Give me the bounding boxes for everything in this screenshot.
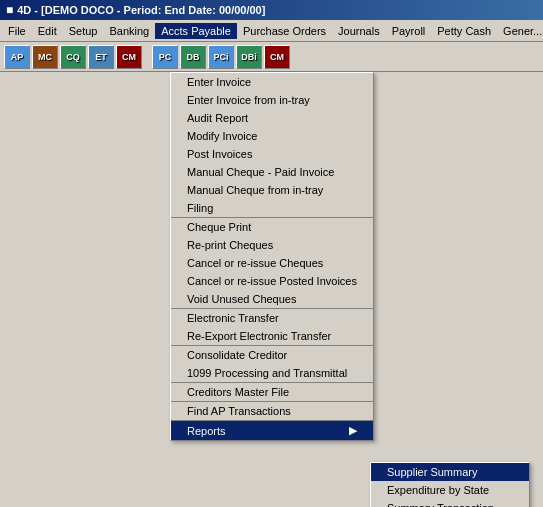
toolbar-btn-pc[interactable]: PC (152, 45, 178, 69)
dropdown-item-enter-invoice[interactable]: Enter Invoice (171, 73, 373, 91)
menu-item-accts-payable[interactable]: Accts Payable (155, 23, 237, 39)
dropdown-item-void-unused-cheques[interactable]: Void Unused Cheques (171, 290, 373, 308)
reports-submenu: Supplier SummaryExpenditure by StateSumm… (370, 462, 530, 507)
dropdown-label-reprint-cheques: Re-print Cheques (187, 239, 273, 251)
title-bar: ■ 4D - [DEMO DOCO - Period: End Date: 00… (0, 0, 543, 20)
dropdown-label-cancel-reissue-posted: Cancel or re-issue Posted Invoices (187, 275, 357, 287)
dropdown-item-audit-report[interactable]: Audit Report (171, 109, 373, 127)
dropdown-label-1099-processing: 1099 Processing and Transmittal (187, 367, 347, 379)
dropdown-label-reports: Reports (187, 425, 226, 437)
app-icon: ■ (6, 3, 13, 17)
dropdown-item-manual-cheque-paid[interactable]: Manual Cheque - Paid Invoice (171, 163, 373, 181)
dropdown-label-enter-invoice: Enter Invoice (187, 76, 251, 88)
submenu-item-expenditure-by-state[interactable]: Expenditure by State (371, 481, 529, 499)
dropdown-item-filing[interactable]: Filing (171, 199, 373, 217)
dropdown-label-void-unused-cheques: Void Unused Cheques (187, 293, 296, 305)
dropdown-label-electronic-transfer: Electronic Transfer (187, 312, 279, 324)
dropdown-label-audit-report: Audit Report (187, 112, 248, 124)
submenu-arrow-icon: ▶ (349, 424, 357, 437)
menu-group-group2: Cheque PrintRe-print ChequesCancel or re… (171, 217, 373, 308)
title-text: 4D - [DEMO DOCO - Period: End Date: 00/0… (17, 4, 265, 16)
menu-group-group3: Electronic TransferRe-Export Electronic … (171, 308, 373, 345)
toolbar-btn-pci[interactable]: PCi (208, 45, 234, 69)
menu-group-group1: Enter InvoiceEnter Invoice from in-trayA… (171, 73, 373, 217)
submenu-item-summary-transaction[interactable]: Summary Transaction (371, 499, 529, 507)
dropdown-item-reports[interactable]: Reports▶ (171, 421, 373, 440)
toolbar-btn-cm[interactable]: CM (116, 45, 142, 69)
dropdown-label-cancel-reissue-cheques: Cancel or re-issue Cheques (187, 257, 323, 269)
toolbar-btn-db[interactable]: DB (180, 45, 206, 69)
menu-item-edit[interactable]: Edit (32, 23, 63, 39)
menu-item-payroll[interactable]: Payroll (386, 23, 432, 39)
menu-group-group7: Reports▶ (171, 420, 373, 440)
dropdown-item-post-invoices[interactable]: Post Invoices (171, 145, 373, 163)
dropdown-item-enter-invoice-intray[interactable]: Enter Invoice from in-tray (171, 91, 373, 109)
menu-group-group4: Consolidate Creditor1099 Processing and … (171, 345, 373, 382)
toolbar-btn-ap[interactable]: AP (4, 45, 30, 69)
menu-group-group6: Find AP Transactions (171, 401, 373, 420)
dropdown-label-post-invoices: Post Invoices (187, 148, 252, 160)
toolbar-btn-et[interactable]: ET (88, 45, 114, 69)
toolbar-btn-cq[interactable]: CQ (60, 45, 86, 69)
dropdown-item-reprint-cheques[interactable]: Re-print Cheques (171, 236, 373, 254)
accts-payable-menu: Enter InvoiceEnter Invoice from in-trayA… (170, 72, 374, 441)
toolbar-btn-dbi[interactable]: DBi (236, 45, 262, 69)
menu-item-banking[interactable]: Banking (103, 23, 155, 39)
dropdown-item-modify-invoice[interactable]: Modify Invoice (171, 127, 373, 145)
menu-item-setup[interactable]: Setup (63, 23, 104, 39)
dropdown-label-creditors-master-file: Creditors Master File (187, 386, 289, 398)
main-area: Enter InvoiceEnter Invoice from in-trayA… (0, 72, 543, 507)
menu-bar: FileEditSetupBankingAccts PayablePurchas… (0, 20, 543, 42)
dropdown-item-cheque-print[interactable]: Cheque Print (171, 218, 373, 236)
menu-item-general[interactable]: Gener... (497, 23, 543, 39)
dropdown-label-filing: Filing (187, 202, 213, 214)
dropdown-item-reexport-electronic[interactable]: Re-Export Electronic Transfer (171, 327, 373, 345)
dropdown-item-consolidate-creditor[interactable]: Consolidate Creditor (171, 346, 373, 364)
dropdown-item-creditors-master-file[interactable]: Creditors Master File (171, 383, 373, 401)
dropdown-item-1099-processing[interactable]: 1099 Processing and Transmittal (171, 364, 373, 382)
toolbar: APMCCQETCMPCDBPCiDBiCM (0, 42, 543, 72)
menu-item-petty-cash[interactable]: Petty Cash (431, 23, 497, 39)
dropdown-item-manual-cheque-intray[interactable]: Manual Cheque from in-tray (171, 181, 373, 199)
menu-item-journals[interactable]: Journals (332, 23, 386, 39)
dropdown-label-manual-cheque-intray: Manual Cheque from in-tray (187, 184, 323, 196)
dropdown-label-enter-invoice-intray: Enter Invoice from in-tray (187, 94, 310, 106)
submenu-item-supplier-summary[interactable]: Supplier Summary (371, 463, 529, 481)
toolbar-btn-cm2[interactable]: CM (264, 45, 290, 69)
dropdown-item-find-ap-transactions[interactable]: Find AP Transactions (171, 402, 373, 420)
menu-item-file[interactable]: File (2, 23, 32, 39)
dropdown-label-consolidate-creditor: Consolidate Creditor (187, 349, 287, 361)
dropdown-item-cancel-reissue-cheques[interactable]: Cancel or re-issue Cheques (171, 254, 373, 272)
dropdown-label-manual-cheque-paid: Manual Cheque - Paid Invoice (187, 166, 334, 178)
dropdown-item-electronic-transfer[interactable]: Electronic Transfer (171, 309, 373, 327)
dropdown-label-cheque-print: Cheque Print (187, 221, 251, 233)
dropdown-label-reexport-electronic: Re-Export Electronic Transfer (187, 330, 331, 342)
dropdown-item-cancel-reissue-posted[interactable]: Cancel or re-issue Posted Invoices (171, 272, 373, 290)
dropdown-label-find-ap-transactions: Find AP Transactions (187, 405, 291, 417)
toolbar-btn-mc[interactable]: MC (32, 45, 58, 69)
dropdown-label-modify-invoice: Modify Invoice (187, 130, 257, 142)
menu-group-group5: Creditors Master File (171, 382, 373, 401)
menu-item-purchase-orders[interactable]: Purchase Orders (237, 23, 332, 39)
